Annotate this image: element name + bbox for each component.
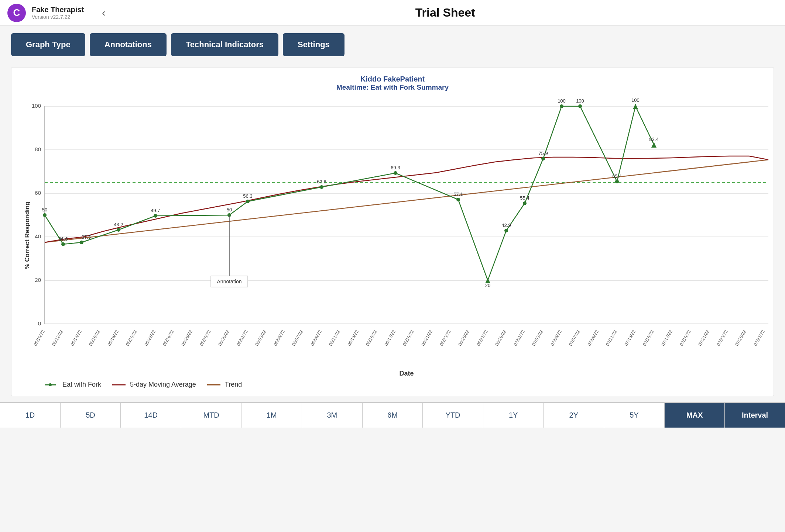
legend-item-moving-avg: 5-day Moving Average: [112, 381, 196, 388]
svg-text:06/09/22: 06/09/22: [309, 329, 323, 347]
svg-text:36.6: 36.6: [58, 236, 68, 242]
svg-text:07/15/22: 07/15/22: [642, 329, 655, 347]
svg-text:06/19/22: 06/19/22: [402, 329, 415, 347]
app-header: C Fake Therapist Version v22.7.22 ‹ Tria…: [0, 0, 785, 26]
svg-text:43.2: 43.2: [114, 222, 123, 227]
legend-label-eat-fork: Eat with Fork: [62, 381, 101, 388]
chart-title: Kiddo FakePatient Mealtime: Eat with For…: [15, 75, 770, 91]
svg-text:0: 0: [38, 320, 41, 327]
svg-text:40: 40: [35, 233, 41, 239]
svg-text:06/27/22: 06/27/22: [476, 329, 489, 347]
svg-text:06/01/22: 06/01/22: [236, 329, 249, 347]
svg-text:55.4: 55.4: [520, 195, 529, 201]
settings-button[interactable]: Settings: [283, 33, 344, 56]
svg-text:05/30/22: 05/30/22: [217, 329, 230, 347]
time-btn-2y[interactable]: 2Y: [544, 403, 604, 428]
svg-text:06/25/22: 06/25/22: [457, 329, 470, 347]
time-btn-3m[interactable]: 3M: [302, 403, 363, 428]
svg-text:20: 20: [485, 283, 490, 288]
app-name: Fake Therapist: [32, 6, 84, 14]
svg-point-102: [49, 383, 52, 386]
svg-point-28: [523, 201, 527, 205]
svg-text:05/28/22: 05/28/22: [199, 329, 212, 347]
svg-text:07/01/22: 07/01/22: [513, 329, 526, 347]
svg-text:05/16/22: 05/16/22: [88, 329, 101, 347]
svg-point-17: [61, 242, 65, 246]
svg-text:56.3: 56.3: [243, 193, 252, 199]
svg-text:57.1: 57.1: [453, 191, 463, 197]
time-btn-5y[interactable]: 5Y: [604, 403, 665, 428]
svg-text:62.8: 62.8: [317, 179, 326, 184]
time-btn-interval[interactable]: Interval: [725, 403, 785, 428]
svg-text:60: 60: [35, 190, 41, 196]
svg-line-15: [45, 160, 768, 242]
svg-text:50: 50: [42, 207, 47, 213]
svg-point-25: [456, 198, 460, 201]
svg-text:100: 100: [32, 103, 41, 109]
svg-text:07/19/22: 07/19/22: [679, 329, 692, 347]
svg-point-27: [504, 229, 508, 232]
svg-text:07/13/22: 07/13/22: [623, 329, 637, 347]
svg-point-23: [320, 185, 323, 189]
svg-text:69.3: 69.3: [391, 165, 400, 170]
svg-point-22: [246, 200, 250, 203]
technical-indicators-button[interactable]: Technical Indicators: [171, 33, 278, 56]
svg-text:06/07/22: 06/07/22: [291, 329, 304, 347]
legend-item-trend: Trend: [207, 381, 242, 388]
back-button[interactable]: ‹: [102, 7, 105, 19]
time-btn-1y[interactable]: 1Y: [483, 403, 544, 428]
svg-text:05/24/22: 05/24/22: [162, 329, 175, 347]
app-version: Version v22.7.22: [32, 14, 84, 20]
svg-marker-34: [651, 142, 657, 148]
time-btn-max[interactable]: MAX: [665, 403, 725, 428]
toolbar: Graph Type Annotations Technical Indicat…: [0, 26, 785, 63]
svg-text:06/13/22: 06/13/22: [346, 329, 360, 347]
svg-point-31: [578, 104, 582, 108]
svg-text:07/17/22: 07/17/22: [660, 329, 673, 347]
svg-text:07/03/22: 07/03/22: [531, 329, 544, 347]
chart-patient-name: Kiddo FakePatient: [15, 75, 770, 83]
svg-text:05/26/22: 05/26/22: [180, 329, 193, 347]
time-btn-mtd[interactable]: MTD: [181, 403, 242, 428]
svg-text:49.7: 49.7: [151, 208, 160, 213]
time-btn-1d[interactable]: 1D: [0, 403, 61, 428]
header-divider: [93, 4, 93, 22]
chart-svg-wrap: % Correct Responding 0 20 40 60 80 100: [15, 95, 770, 377]
legend-label-trend: Trend: [225, 381, 242, 388]
time-btn-1m[interactable]: 1M: [241, 403, 302, 428]
svg-text:06/15/22: 06/15/22: [365, 329, 378, 347]
app-logo: C: [7, 4, 26, 22]
svg-text:Annotation: Annotation: [217, 279, 242, 284]
time-btn-ytd[interactable]: YTD: [423, 403, 483, 428]
svg-text:42.9: 42.9: [501, 222, 511, 228]
svg-text:05/22/22: 05/22/22: [143, 329, 157, 347]
svg-text:37.5: 37.5: [82, 234, 91, 240]
svg-point-19: [117, 228, 120, 232]
svg-text:05/10/22: 05/10/22: [32, 329, 46, 347]
y-axis-label: % Correct Responding: [24, 201, 31, 269]
svg-text:07/09/22: 07/09/22: [586, 329, 600, 347]
app-info: Fake Therapist Version v22.7.22: [32, 6, 84, 20]
svg-text:50: 50: [227, 207, 232, 213]
svg-text:05/20/22: 05/20/22: [125, 329, 138, 347]
time-btn-6m[interactable]: 6M: [363, 403, 423, 428]
svg-text:06/23/22: 06/23/22: [439, 329, 452, 347]
svg-point-18: [80, 241, 83, 244]
svg-text:100: 100: [558, 98, 566, 104]
svg-point-16: [43, 213, 47, 217]
svg-text:06/03/22: 06/03/22: [254, 329, 267, 347]
svg-text:06/17/22: 06/17/22: [383, 329, 397, 347]
time-btn-5d[interactable]: 5D: [61, 403, 121, 428]
chart-svg: % Correct Responding 0 20 40 60 80 100: [15, 95, 770, 376]
graph-type-button[interactable]: Graph Type: [11, 33, 85, 56]
annotations-button[interactable]: Annotations: [90, 33, 167, 56]
svg-text:06/11/22: 06/11/22: [328, 329, 341, 347]
time-btn-14d[interactable]: 14D: [121, 403, 181, 428]
svg-text:Date: Date: [399, 370, 414, 376]
svg-text:80: 80: [35, 146, 41, 152]
legend-item-eat-fork: Eat with Fork: [45, 381, 101, 388]
chart-legend: Eat with Fork 5-day Moving Average Trend: [15, 377, 770, 392]
svg-text:20: 20: [35, 277, 41, 283]
svg-point-32: [615, 180, 619, 183]
svg-point-29: [541, 157, 545, 160]
